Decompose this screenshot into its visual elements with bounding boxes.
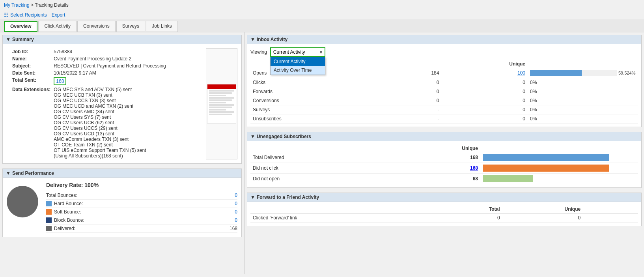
subject-value: RESOLVED | Cvent Payment and Refund Proc… (52, 62, 167, 69)
block-bounce-value: 0 (222, 217, 237, 223)
activity-unique-link[interactable]: 100 (517, 70, 525, 76)
send-perf-collapse-icon[interactable]: ▼ (6, 170, 11, 176)
ftf-row-unique: 0 (502, 213, 583, 223)
unengaged-title: Unengaged Subscribers (257, 134, 311, 139)
activity-unique: 0 (441, 96, 528, 105)
ftf-col-bar1 (583, 205, 601, 213)
summary-row-subject: Subject: RESOLVED | Cvent Payment and Re… (11, 62, 168, 69)
total-sent-label: Total Sent: (11, 77, 52, 86)
perf-hard-bounce: Hard Bounce: 0 (46, 200, 237, 208)
ftf-table-body: Clicked 'Forward' link 0 0 (250, 213, 638, 223)
ftf-header-row: Total Unique (250, 205, 638, 213)
unengaged-bar-container (483, 154, 636, 161)
ftf-table: Total Unique Clicked 'Forward' link 0 0 (250, 205, 638, 223)
send-performance-section: ▼ Send Performance Delivery Rate: 100% T… (2, 168, 242, 237)
ftf-bar2 (601, 213, 620, 223)
job-id-value: 5759384 (52, 48, 167, 55)
breadcrumb-separator: > (31, 2, 35, 8)
soft-bounce-value: 0 (222, 209, 237, 215)
activity-metric: Unsubscribes (250, 114, 389, 124)
activity-bar-cell: 59.524% (528, 68, 638, 78)
ftf-collapse-icon[interactable]: ▼ (250, 195, 255, 200)
date-sent-value: 10/15/2022 9:17 AM (52, 69, 167, 77)
unengaged-collapse-icon[interactable]: ▼ (250, 134, 255, 139)
data-ext-item: OG CV Users UCCS (29) sent (54, 125, 166, 131)
soft-bounce-dot (46, 209, 52, 215)
unengaged-table: Unique Total Delivered 168 Did not click… (250, 144, 638, 184)
thumb-line-8 (209, 107, 232, 108)
unengaged-col-label (250, 144, 396, 152)
breadcrumb-current: Tracking Details (35, 2, 69, 8)
ftf-col-bar3 (620, 205, 638, 213)
donut-chart (7, 186, 38, 217)
unengaged-body: Unique Total Delivered 168 Did not click… (247, 141, 641, 187)
data-ext-label: Data Extensions: (11, 86, 52, 159)
export-button[interactable]: Export (52, 12, 65, 18)
dropdown-menu-item-overtime[interactable]: Activity Over Time (271, 66, 325, 75)
select-recipients-label: Select Recipients (10, 12, 47, 18)
unengaged-bar-cell (480, 163, 638, 174)
perf-block-bounce: Block Bounce: 0 (46, 216, 237, 225)
unengaged-value-link[interactable]: 168 (470, 165, 478, 171)
summary-header: ▼ Summary (3, 35, 241, 44)
delivered-value: 168 (222, 226, 237, 231)
unengaged-bar-cell (480, 152, 638, 163)
summary-row-data-ext: Data Extensions: OG MEC SYS and ADV TXN … (11, 86, 168, 159)
tab-surveys[interactable]: Surveys (116, 21, 145, 32)
dropdown-menu-item-current[interactable]: Current Activity (271, 57, 325, 66)
tab-conversions[interactable]: Conversions (77, 21, 116, 32)
left-panel: ▼ Summary Job ID: 5759384 Name: Cvent Pa… (0, 32, 245, 274)
ftf-col-label (250, 205, 441, 213)
activity-row: Conversions 0 0 0% (250, 96, 638, 105)
select-recipients-icon: ☷ (4, 12, 9, 18)
activity-metric: Surveys (250, 105, 389, 114)
tab-job-links[interactable]: Job Links (146, 21, 178, 32)
ftf-col-unique: Unique (502, 205, 583, 213)
inbox-collapse-icon[interactable]: ▼ (250, 37, 255, 42)
data-ext-item: OG CV Users UCD (13) sent (54, 131, 166, 137)
select-recipients-button[interactable]: ☷ Select Recipients (4, 12, 47, 18)
tab-click-activity[interactable]: Click Activity (38, 21, 77, 32)
summary-row-total-sent: Total Sent: 168 (11, 77, 168, 86)
unengaged-table-body: Total Delivered 168 Did not click 168 Di… (250, 152, 638, 184)
activity-total: - (389, 105, 442, 114)
summary-table: Job ID: 5759384 Name: Cvent Payment Proc… (11, 48, 168, 159)
perf-details: Delivery Rate: 100% Total Bounces: 0 Har… (46, 182, 237, 233)
perf-delivered: Delivered: 168 (46, 225, 237, 233)
summary-row-jobid: Job ID: 5759384 (11, 48, 168, 55)
tab-overview[interactable]: Overview (4, 21, 37, 32)
date-sent-label: Date Sent: (11, 69, 52, 77)
activity-unique: 0 (441, 78, 528, 87)
thumb-line-5 (209, 99, 232, 101)
data-ext-item: OG MEC SYS and ADV TXN (5) sent (54, 87, 166, 92)
dropdown-menu: Current Activity Activity Over Time (270, 57, 325, 75)
ftf-body: Total Unique Clicked 'Forward' link 0 0 (247, 202, 641, 226)
data-ext-values: OG MEC SYS and ADV TXN (5) sentOG MEC UC… (52, 86, 167, 159)
total-bounces-label: Total Bounces: (46, 193, 219, 198)
ftf-header: ▼ Forward to a Friend Activity (247, 193, 641, 202)
summary-section: ▼ Summary Job ID: 5759384 Name: Cvent Pa… (2, 35, 242, 164)
activity-col-bar (528, 60, 638, 68)
hard-bounce-value: 0 (222, 201, 237, 206)
perf-total-bounces: Total Bounces: 0 (46, 191, 237, 200)
block-bounce-label: Block Bounce: (54, 217, 219, 223)
unengaged-value-cell: 68 (396, 174, 480, 184)
breadcrumb-parent[interactable]: My Tracking (4, 2, 30, 8)
activity-total: 0 (389, 78, 442, 87)
toolbar: ☷ Select Recipients Export (0, 10, 644, 19)
viewing-dropdown-container: Current Activity Activity Over Time ▼ Cu… (270, 47, 325, 57)
email-thumbnail (206, 48, 237, 159)
thumb-line-3 (209, 95, 226, 96)
unengaged-header-row: Unique (250, 144, 638, 152)
data-ext-item: OG CV Users SYS (7) sent (54, 114, 166, 120)
summary-row-name: Name: Cvent Payment Processing Update 2 (11, 55, 168, 62)
viewing-dropdown[interactable]: Current Activity Activity Over Time (270, 47, 325, 57)
summary-collapse-icon[interactable]: ▼ (6, 37, 11, 42)
total-sent-box[interactable]: 168 (54, 77, 66, 85)
tabs-bar: Overview Click Activity Conversions Surv… (0, 19, 644, 32)
thumb-line-1 (209, 90, 234, 92)
hard-bounce-label: Hard Bounce: (54, 201, 219, 206)
unengaged-value-cell: 168 (396, 163, 480, 174)
activity-unique-value: 0 (523, 80, 525, 85)
hard-bounce-dot (46, 201, 52, 206)
